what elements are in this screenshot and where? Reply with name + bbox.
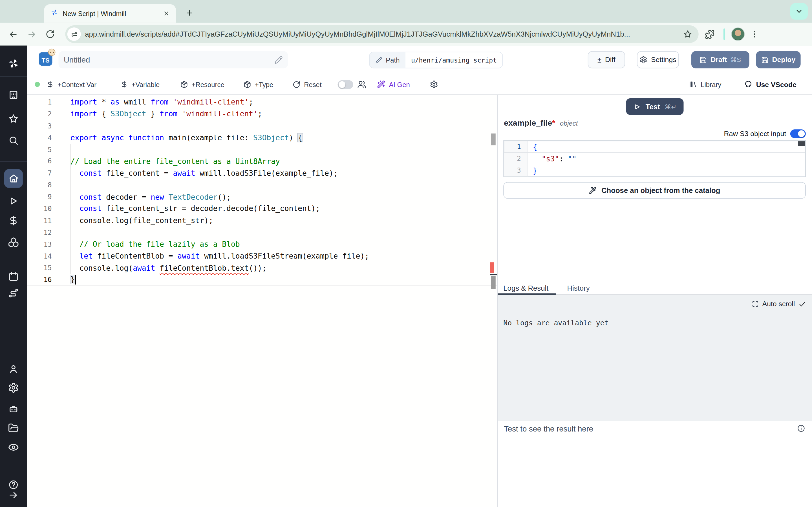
code-line-16[interactable]: 16} bbox=[27, 274, 497, 286]
browser-tab[interactable]: New Script | Windmill bbox=[44, 4, 176, 23]
code-line-7[interactable]: 7 const file_content = await wmill.loadS… bbox=[27, 167, 497, 179]
code-line-11[interactable]: 11 console.log(file_content_str); bbox=[27, 215, 497, 226]
script-name-value[interactable]: Untitled bbox=[64, 55, 270, 64]
code-lines[interactable]: 1import * as wmill from 'windmill-client… bbox=[27, 95, 497, 286]
sidebar-item-resources[interactable] bbox=[8, 237, 19, 248]
back-icon[interactable] bbox=[5, 26, 20, 42]
code-line-3[interactable]: 3} bbox=[504, 165, 805, 176]
code-line-5[interactable]: 5 bbox=[27, 144, 497, 156]
script-name-input[interactable]: Untitled bbox=[59, 51, 288, 68]
sidebar-item-home[interactable] bbox=[4, 169, 23, 188]
json-arg-editor[interactable]: 1{2 "s3": ""3} bbox=[503, 140, 806, 177]
toggle-off bbox=[338, 80, 353, 89]
scrollbar-thumb[interactable] bbox=[491, 133, 496, 145]
code-line-1[interactable]: 1{ bbox=[504, 141, 805, 153]
sidebar-item-users[interactable] bbox=[8, 363, 19, 375]
reload-icon[interactable] bbox=[43, 26, 58, 42]
code-line-10[interactable]: 10 const file_content_str = decoder.deco… bbox=[27, 203, 497, 215]
sidebar-item-settings[interactable] bbox=[8, 382, 19, 393]
add-variable-button[interactable]: +Variable bbox=[121, 74, 160, 95]
ai-gen-button[interactable]: AI Gen bbox=[377, 74, 410, 95]
code-line-6[interactable]: 6// Load the entire file_content as a Ui… bbox=[27, 156, 497, 167]
line-number: 9 bbox=[27, 193, 52, 201]
sidebar-item-flows[interactable] bbox=[8, 288, 19, 298]
draft-button[interactable]: Draft⌘S bbox=[691, 51, 749, 68]
editor-overview-ruler[interactable] bbox=[490, 95, 497, 507]
sidebar-item-runs[interactable] bbox=[8, 195, 19, 207]
sidebar-item-schedules[interactable] bbox=[8, 271, 19, 282]
auto-scroll-control[interactable]: Auto scroll bbox=[752, 300, 806, 308]
current-line-marker bbox=[490, 274, 497, 275]
use-vscode-button[interactable]: Use VScode bbox=[744, 74, 797, 95]
test-button[interactable]: Test ⌘↵ bbox=[626, 98, 684, 115]
choose-object-button[interactable]: Choose an object from the catalog bbox=[503, 182, 806, 199]
windmill-logo[interactable] bbox=[7, 57, 20, 72]
sidebar-item-audit-logs[interactable] bbox=[8, 442, 19, 453]
check-icon bbox=[799, 300, 806, 308]
add-type-button[interactable]: +Type bbox=[243, 74, 273, 95]
forward-icon[interactable] bbox=[24, 26, 39, 42]
code-line-2[interactable]: 2 "s3": "" bbox=[504, 153, 805, 165]
profile-avatar[interactable] bbox=[731, 27, 745, 41]
add-context-var-button[interactable]: +Context Var bbox=[47, 74, 96, 95]
info-icon[interactable] bbox=[797, 424, 805, 432]
help-icon[interactable] bbox=[8, 480, 18, 490]
workspace-icon[interactable] bbox=[8, 90, 19, 101]
path-chip[interactable]: Path u/henri/amusing_script bbox=[369, 52, 503, 68]
deploy-button[interactable]: Deploy bbox=[756, 51, 801, 68]
json-scrollbar-thumb[interactable] bbox=[798, 141, 805, 146]
sidebar-item-folders[interactable] bbox=[8, 423, 19, 434]
url-text[interactable]: app.windmill.dev/scripts/add#JTdCJTIyaGF… bbox=[85, 30, 679, 38]
collapse-arrow-icon[interactable] bbox=[8, 490, 18, 500]
path-label[interactable]: Path bbox=[370, 52, 405, 68]
code-line-9[interactable]: 9 const decoder = new TextDecoder(); bbox=[27, 191, 497, 203]
code-line-13[interactable]: 13 // Or load the file lazily as a Blob bbox=[27, 238, 497, 250]
code-line-4[interactable]: 4export async function main(example_file… bbox=[27, 132, 497, 144]
assistant-toggle[interactable] bbox=[338, 74, 353, 95]
extensions-icon[interactable] bbox=[702, 26, 717, 42]
library-button[interactable]: Library bbox=[689, 74, 721, 95]
line-number: 1 bbox=[27, 98, 52, 106]
sidebar-item-variables[interactable] bbox=[8, 215, 19, 226]
url-bar[interactable]: app.windmill.dev/scripts/add#JTdCJTIyaGF… bbox=[65, 25, 698, 43]
code-line-8[interactable]: 8 bbox=[27, 179, 497, 191]
code-line-14[interactable]: 14 let fileContentBlob = await wmill.loa… bbox=[27, 250, 497, 262]
json-lines[interactable]: 1{2 "s3": ""3} bbox=[504, 141, 805, 177]
code-editor[interactable]: 1import * as wmill from 'windmill-client… bbox=[27, 95, 497, 507]
error-marker bbox=[490, 262, 494, 273]
add-resource-button[interactable]: +Resource bbox=[180, 74, 224, 95]
windmill-favicon bbox=[50, 8, 58, 18]
raw-s3-toggle[interactable] bbox=[790, 129, 806, 138]
search-icon[interactable] bbox=[8, 135, 19, 146]
site-info-icon[interactable] bbox=[67, 27, 81, 41]
tab-logs-result[interactable]: Logs & Result bbox=[498, 282, 556, 295]
code-line-3[interactable]: 3 bbox=[27, 120, 497, 132]
users-icon[interactable] bbox=[357, 74, 366, 95]
editor-settings-gear-icon[interactable] bbox=[430, 74, 438, 95]
diff-button[interactable]: ±Diff bbox=[588, 51, 625, 68]
package-icon bbox=[243, 80, 251, 89]
line-number: 4 bbox=[27, 134, 52, 142]
logs-panel: Auto scroll No logs are available yet bbox=[498, 295, 812, 421]
edit-name-pencil-icon[interactable] bbox=[274, 55, 283, 64]
chrome-dropdown-button[interactable] bbox=[790, 3, 808, 20]
browser-menu-icon[interactable] bbox=[748, 30, 761, 39]
argument-type: object bbox=[560, 119, 578, 127]
sidebar-item-workers[interactable] bbox=[8, 404, 19, 414]
new-tab-button[interactable] bbox=[183, 6, 197, 20]
bookmark-star-icon[interactable] bbox=[683, 30, 693, 39]
path-value[interactable]: u/henri/amusing_script bbox=[405, 52, 503, 68]
play-icon bbox=[633, 103, 641, 111]
favorites-star-icon[interactable] bbox=[8, 113, 19, 124]
code-line-15[interactable]: 15 console.log(await fileContentBlob.tex… bbox=[27, 262, 497, 274]
close-tab-icon[interactable] bbox=[161, 9, 171, 18]
line-number: 7 bbox=[27, 169, 52, 177]
reset-button[interactable]: Reset bbox=[293, 74, 322, 95]
code-line-12[interactable]: 12 bbox=[27, 226, 497, 238]
code-line-1[interactable]: 1import * as wmill from 'windmill-client… bbox=[27, 96, 497, 108]
settings-button[interactable]: Settings bbox=[637, 51, 679, 68]
browser-navbar: app.windmill.dev/scripts/add#JTdCJTIyaGF… bbox=[0, 23, 812, 46]
code-line-2[interactable]: 2import { S3Object } from 'windmill-clie… bbox=[27, 108, 497, 120]
tab-history[interactable]: History bbox=[567, 282, 590, 295]
dollar-icon bbox=[47, 81, 54, 88]
